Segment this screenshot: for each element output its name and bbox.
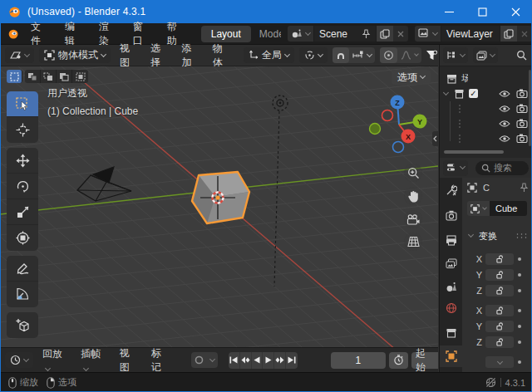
value-field[interactable]	[485, 285, 514, 296]
animate-dot[interactable]	[518, 273, 521, 277]
outliner-horizontal-scrollbar[interactable]	[444, 150, 504, 154]
tool-cursor[interactable]	[7, 117, 38, 143]
hide-eye-icon[interactable]	[499, 90, 510, 98]
select-invert-button[interactable]	[57, 70, 72, 83]
animate-dot[interactable]	[518, 360, 521, 364]
jump-to-start-button[interactable]	[229, 352, 240, 369]
tab-render[interactable]	[440, 204, 462, 226]
close-button[interactable]	[499, 0, 532, 23]
play-reverse-button[interactable]	[252, 352, 264, 369]
properties-search-input[interactable]: 搜索	[475, 161, 529, 175]
use-preview-range-button[interactable]	[389, 352, 408, 369]
viewport-3d[interactable]: Z Y X 用户透视 (1) Collection | Cube	[0, 66, 438, 347]
render-camera-icon[interactable]	[516, 104, 528, 113]
expand-chevron-icon[interactable]	[443, 89, 449, 95]
outliner-search-icon[interactable]	[516, 50, 527, 61]
transform-orientation-dropdown[interactable]: 全局	[244, 47, 294, 63]
value-field[interactable]	[485, 321, 514, 332]
proportional-falloff-dropdown[interactable]	[397, 47, 421, 63]
select-extend-button[interactable]	[25, 70, 41, 83]
tab-collection[interactable]	[440, 322, 462, 344]
minimize-button[interactable]	[432, 0, 466, 23]
object-id-browse-button[interactable]	[467, 201, 490, 216]
transform-panel-header[interactable]: 变换	[466, 229, 527, 243]
tab-world[interactable]	[440, 297, 462, 319]
prev-keyframe-button[interactable]	[240, 352, 252, 369]
animate-dot[interactable]	[518, 289, 521, 292]
autokey-dropdown[interactable]	[207, 352, 218, 368]
value-field[interactable]	[485, 253, 514, 265]
gizmo-x-neg[interactable]	[382, 110, 393, 121]
scene-new-button[interactable]	[376, 26, 393, 42]
tool-select-box[interactable]	[7, 91, 38, 117]
select-subtract-button[interactable]	[41, 70, 57, 83]
value-field[interactable]	[485, 336, 514, 348]
pin-icon[interactable]	[520, 183, 529, 193]
outliner-display-mode-button[interactable]	[473, 47, 498, 63]
select-set-button[interactable]	[7, 70, 22, 83]
outliner-editor-type-button[interactable]	[443, 47, 468, 63]
autokey-record-button[interactable]	[191, 352, 207, 368]
jump-to-end-button[interactable]	[286, 352, 298, 369]
viewport-options-dropdown[interactable]: 选项	[392, 70, 431, 85]
gizmo-y-neg[interactable]	[370, 124, 381, 135]
tool-add-cube[interactable]	[7, 312, 38, 338]
scene-browse-button[interactable]	[288, 26, 314, 42]
outliner-scene-collection-row[interactable]: 场	[440, 71, 532, 86]
tool-measure[interactable]	[7, 282, 38, 307]
filter-visibility-icon[interactable]	[426, 50, 438, 61]
viewlayer-browse-button[interactable]	[415, 26, 441, 42]
tab-scene[interactable]	[440, 276, 462, 297]
panel-grip-icon[interactable]	[515, 233, 527, 239]
tab-object[interactable]	[440, 345, 462, 367]
outliner-object-row[interactable]	[440, 116, 532, 130]
properties-editor-type-button[interactable]	[443, 160, 468, 176]
hide-eye-icon[interactable]	[499, 135, 510, 143]
maximize-button[interactable]	[466, 0, 499, 23]
pan-hand-button[interactable]	[404, 187, 422, 205]
value-field[interactable]	[485, 269, 514, 281]
viewlayer-remove-button[interactable]	[517, 26, 532, 42]
frame-start-field[interactable]: 起始	[411, 352, 438, 369]
menu-keying[interactable]: 插帧	[76, 345, 110, 375]
camera-view-button[interactable]	[404, 210, 422, 228]
workspace-tab-next[interactable]: Mode	[259, 28, 281, 40]
outliner-vertical-scrollbar[interactable]	[529, 70, 531, 146]
tool-transform[interactable]	[7, 225, 38, 251]
collection-checkbox[interactable]: ✓	[469, 89, 478, 98]
menu-playback[interactable]: 回放	[38, 345, 71, 375]
animate-dot[interactable]	[518, 341, 521, 344]
value-field[interactable]	[485, 305, 514, 316]
render-camera-icon[interactable]	[516, 89, 528, 98]
pivot-point-dropdown[interactable]	[299, 47, 328, 63]
gizmo-z-neg[interactable]	[393, 142, 404, 153]
animate-dot[interactable]	[518, 257, 521, 261]
outliner-object-row[interactable]	[440, 131, 532, 145]
timeline-editor-type-button[interactable]	[5, 352, 33, 368]
scene-unlink-button[interactable]	[393, 26, 408, 42]
tool-rotate[interactable]	[7, 174, 38, 199]
current-frame-field[interactable]: 1	[331, 352, 386, 369]
zoom-button[interactable]	[404, 164, 422, 182]
navigation-gizmo[interactable]: Z Y X	[370, 96, 427, 153]
blender-menu-icon[interactable]	[7, 27, 19, 40]
animate-dot[interactable]	[518, 325, 521, 328]
orthographic-grid-button[interactable]	[404, 233, 422, 251]
scene-name[interactable]: Scene	[314, 26, 376, 42]
outliner-collection-row[interactable]: ✓	[440, 86, 532, 100]
editor-type-button[interactable]	[5, 47, 34, 63]
next-keyframe-button[interactable]	[274, 352, 286, 369]
render-camera-icon[interactable]	[516, 119, 528, 128]
proportional-edit-toggle[interactable]	[380, 47, 397, 63]
select-intersect-button[interactable]	[72, 70, 88, 83]
tab-output[interactable]	[440, 229, 462, 251]
tab-viewlayer[interactable]	[440, 252, 462, 274]
tool-annotate[interactable]	[7, 256, 38, 282]
snap-target-dropdown[interactable]	[349, 47, 375, 63]
tab-tool[interactable]	[440, 179, 462, 201]
hide-eye-icon[interactable]	[499, 120, 510, 128]
mode-dropdown[interactable]: 物体模式	[39, 47, 111, 63]
tool-move[interactable]	[7, 148, 38, 174]
sidebar-toggle-arrow[interactable]	[432, 131, 438, 146]
tool-scale[interactable]	[7, 199, 38, 225]
